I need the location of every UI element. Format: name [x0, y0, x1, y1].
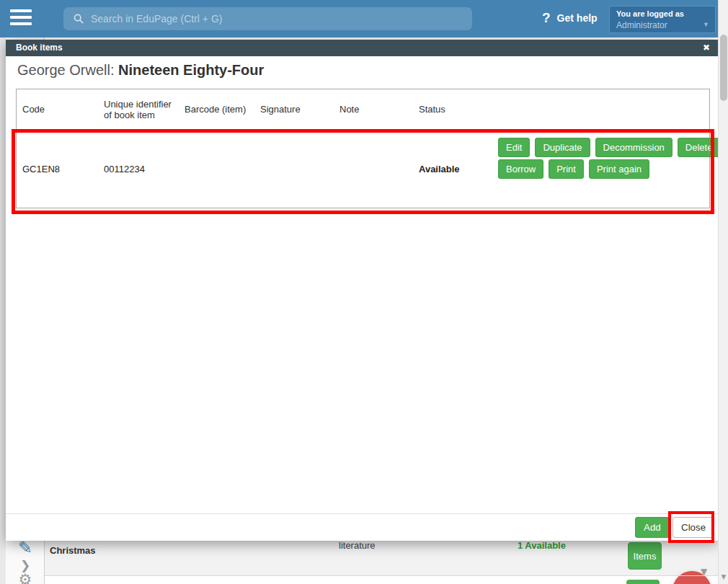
book-items-table: Code Unique identifier of book item Barc…	[16, 89, 710, 208]
expand-chevron-icon[interactable]: ❯	[6, 558, 45, 572]
modal-header: Book items ✖	[6, 40, 718, 56]
close-button[interactable]: Close	[672, 517, 714, 538]
actions-row-2: Borrow Print Print again	[498, 159, 720, 179]
search-icon	[74, 14, 84, 24]
vertical-scrollbar[interactable]: ▼	[718, 0, 728, 584]
col-header-status: Status	[413, 89, 709, 129]
col-header-note: Note	[334, 89, 413, 129]
edit-button[interactable]: Edit	[498, 138, 530, 157]
print-button[interactable]: Print	[549, 159, 584, 179]
add-button[interactable]: Add	[635, 517, 670, 538]
row-actions: Edit Duplicate Decommission Delete Borro…	[498, 138, 720, 181]
col-header-code: Code	[17, 89, 98, 129]
scroll-down-icon[interactable]: ▼	[701, 567, 707, 577]
cell-unique-identifier: 00112234	[98, 130, 179, 208]
book-items-modal: Book items ✖ George Orwell: Nineteen Eig…	[6, 40, 718, 541]
table-header-row: Code Unique identifier of book item Barc…	[17, 89, 709, 130]
scrollbar-thumb[interactable]	[720, 35, 727, 101]
cell-note	[334, 130, 413, 208]
book-row-title: Christmas	[50, 545, 96, 556]
cell-barcode	[179, 130, 254, 208]
col-header-signature: Signature	[254, 89, 334, 129]
top-bar: Search in EduPage (Ctrl + G) ? Get help …	[0, 0, 718, 37]
chevron-down-icon: ▼	[703, 21, 709, 28]
cell-code: GC1EN8	[17, 130, 98, 208]
decommission-button[interactable]: Decommission	[595, 138, 672, 157]
get-help-button[interactable]: ? Get help	[542, 10, 598, 26]
scrollbar-down-icon[interactable]: ▼	[719, 573, 728, 580]
row-divider	[45, 575, 718, 576]
actions-row-1: Edit Duplicate Decommission Delete	[498, 138, 720, 157]
account-dropdown[interactable]: You are logged as Administrator ▼	[609, 6, 716, 33]
print-again-button[interactable]: Print again	[589, 159, 649, 179]
modal-title: Book items	[16, 43, 63, 53]
close-icon[interactable]: ✖	[703, 43, 710, 53]
get-help-label: Get help	[557, 12, 598, 24]
cell-signature	[254, 130, 334, 208]
screen: ✎ ❯ ⚙ Christmas literature 1 Available I…	[0, 0, 728, 584]
hamburger-menu-icon[interactable]	[10, 9, 32, 28]
search-input[interactable]: Search in EduPage (Ctrl + G)	[63, 7, 472, 30]
help-icon: ?	[542, 10, 551, 26]
logged-as-label: You are logged as	[616, 9, 684, 18]
modal-footer: Add Close	[6, 513, 718, 541]
duplicate-button[interactable]: Duplicate	[535, 138, 590, 157]
delete-button[interactable]: Delete	[678, 138, 721, 157]
book-row-status: 1 Available	[518, 540, 566, 551]
pen-icon[interactable]: ✎	[6, 538, 45, 558]
book-row-category: literature	[339, 540, 376, 551]
settings-gear-icon[interactable]: ⚙	[6, 571, 45, 584]
user-name: Administrator	[616, 20, 667, 30]
search-placeholder: Search in EduPage (Ctrl + G)	[91, 13, 222, 25]
book-author: George Orwell:	[17, 62, 118, 78]
borrow-button[interactable]: Borrow	[498, 159, 543, 179]
items-button[interactable]: Items	[628, 542, 662, 570]
page-title: George Orwell: Nineteen Eighty-Four	[17, 62, 264, 79]
book-title: Nineteen Eighty-Four	[118, 62, 264, 78]
table-row: GC1EN8 00112234 Available Edit Duplicate…	[17, 130, 709, 208]
col-header-barcode: Barcode (item)	[179, 89, 254, 129]
col-header-unique-identifier: Unique identifier of book item	[98, 89, 179, 129]
next-items-button[interactable]	[626, 580, 660, 584]
